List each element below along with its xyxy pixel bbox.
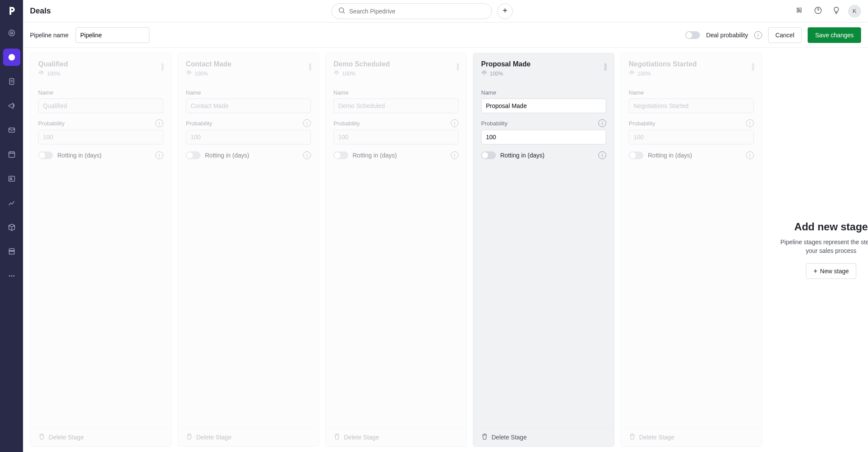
drag-handle-icon[interactable]: || [604, 60, 606, 71]
stage-name-input[interactable] [629, 98, 754, 113]
stage-name-input[interactable] [38, 98, 163, 113]
probability-info-icon[interactable]: i [598, 119, 606, 127]
deal-probability-label: Deal probability [706, 32, 748, 39]
probability-info-icon[interactable]: i [155, 119, 163, 127]
scale-icon [481, 70, 487, 77]
scale-icon [38, 70, 44, 77]
name-label: Name [629, 89, 754, 96]
rotting-label: Rotting in (days) [353, 152, 397, 159]
sidebar-item-activities[interactable] [3, 146, 20, 163]
delete-stage-button[interactable]: Delete Stage [621, 427, 762, 446]
rotting-label: Rotting in (days) [205, 152, 249, 159]
pipeline-name-label: Pipeline name [30, 32, 69, 39]
deal-probability-info-icon[interactable]: i [754, 31, 762, 39]
rotting-toggle[interactable] [629, 151, 644, 159]
plus-icon [502, 7, 508, 15]
rotting-info-icon[interactable]: i [598, 151, 606, 159]
contacts-icon [7, 174, 16, 183]
sidebar-item-mail[interactable] [3, 121, 20, 139]
rotting-info-icon[interactable]: i [155, 151, 163, 159]
help-button[interactable] [812, 5, 825, 18]
stage-name-input[interactable] [481, 98, 606, 113]
sidebar-item-campaigns[interactable] [3, 97, 20, 115]
stage-probability-text: 100% [490, 71, 503, 77]
stage-probability-display: 100% [186, 70, 231, 77]
svg-point-11 [13, 275, 14, 277]
stage-probability-display: 100% [481, 70, 531, 77]
probability-label: Probability i [186, 119, 311, 127]
cancel-button[interactable]: Cancel [768, 27, 802, 43]
stage-probability-input[interactable] [186, 130, 311, 144]
probability-info-icon[interactable]: i [746, 119, 754, 127]
delete-stage-button[interactable]: Delete Stage [30, 427, 171, 446]
rotting-toggle[interactable] [333, 151, 348, 159]
sidebar-item-projects[interactable] [3, 73, 20, 90]
sidebar-item-leads[interactable] [3, 24, 20, 42]
svg-rect-4 [10, 79, 14, 84]
new-stage-button[interactable]: + New stage [806, 263, 856, 279]
stages-container: Qualified 100% || Name Probability i Rot… [23, 48, 868, 452]
rotting-info-icon[interactable]: i [451, 151, 459, 159]
sidebar-item-insights[interactable] [3, 194, 20, 212]
stage-probability-input[interactable] [333, 130, 459, 144]
stage-probability-input[interactable] [38, 130, 163, 144]
sidebar-item-products[interactable] [3, 219, 20, 236]
megaphone-icon [7, 102, 16, 110]
sidebar: $ [0, 0, 23, 452]
sidebar-item-contacts[interactable] [3, 170, 20, 187]
drag-handle-icon[interactable]: || [309, 60, 311, 71]
rotting-toggle[interactable] [38, 151, 53, 159]
probability-info-icon[interactable]: i [303, 119, 311, 127]
rotting-label: Rotting in (days) [500, 152, 545, 159]
rotting-toggle[interactable] [481, 151, 496, 159]
calendar-icon [7, 150, 16, 159]
pipedrive-logo[interactable] [6, 5, 17, 16]
help-icon [814, 6, 822, 16]
search-input-wrap[interactable] [331, 3, 492, 19]
avatar[interactable]: K [848, 5, 861, 18]
tips-button[interactable] [830, 5, 843, 18]
stage-probability-input[interactable] [629, 130, 754, 144]
svg-point-9 [9, 275, 10, 277]
probability-info-icon[interactable]: i [451, 119, 459, 127]
target-icon [7, 29, 16, 37]
trash-icon [38, 433, 45, 441]
drag-handle-icon[interactable]: || [161, 60, 163, 71]
sidebar-item-marketplace[interactable] [3, 243, 20, 260]
trash-icon [481, 433, 488, 441]
delete-stage-button[interactable]: Delete Stage [473, 427, 614, 446]
svg-point-8 [10, 178, 11, 179]
stage-name-input[interactable] [186, 98, 311, 113]
save-button[interactable]: Save changes [808, 27, 861, 43]
drag-handle-icon[interactable]: || [752, 60, 754, 71]
dollar-circle-icon: $ [7, 53, 16, 62]
pipeline-name-input[interactable] [76, 27, 149, 43]
quick-add-button[interactable] [497, 3, 513, 19]
probability-label: Probability i [629, 119, 754, 127]
rotting-toggle[interactable] [186, 151, 201, 159]
search-input[interactable] [349, 8, 485, 15]
deal-probability-toggle[interactable] [685, 31, 700, 39]
stage-title: Qualified [38, 60, 68, 68]
stage-column: Qualified 100% || Name Probability i Rot… [30, 53, 172, 447]
add-stage-description: Pipeline stages represent the steps in y… [777, 238, 868, 255]
stage-probability-input[interactable] [481, 130, 606, 144]
delete-stage-label: Delete Stage [49, 434, 84, 441]
stage-probability-display: 100% [629, 70, 696, 77]
delete-stage-button[interactable]: Delete Stage [326, 427, 466, 446]
stage-column: Contact Made 100% || Name Probability i … [178, 53, 319, 447]
stage-title: Negotiations Started [629, 60, 696, 68]
trash-icon [629, 433, 636, 441]
extensions-button[interactable] [793, 5, 806, 18]
scale-icon [629, 70, 635, 77]
drag-handle-icon[interactable]: || [456, 60, 459, 71]
stage-probability-text: 100% [342, 71, 356, 77]
rotting-info-icon[interactable]: i [746, 151, 754, 159]
sidebar-item-more[interactable] [3, 267, 20, 285]
delete-stage-button[interactable]: Delete Stage [178, 427, 319, 446]
stage-name-input[interactable] [333, 98, 459, 113]
sidebar-item-deals[interactable]: $ [3, 49, 20, 66]
rotting-info-icon[interactable]: i [303, 151, 311, 159]
delete-stage-label: Delete Stage [344, 434, 379, 441]
lightbulb-icon [832, 6, 841, 16]
